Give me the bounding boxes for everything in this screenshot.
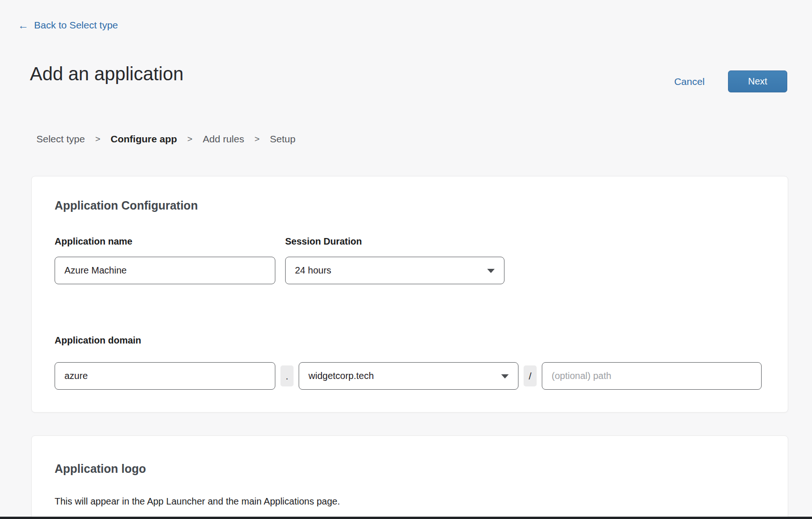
subdomain-input[interactable] [55,362,275,390]
next-button[interactable]: Next [728,70,787,92]
cancel-button[interactable]: Cancel [674,76,705,87]
application-name-field-group: Application name [55,236,275,284]
application-domain-row: . widgetcorp.tech / [55,362,762,390]
dot-separator: . [280,365,294,386]
breadcrumb-separator-icon: > [95,134,100,144]
breadcrumb: Select type > Configure app > Add rules … [36,133,295,145]
chevron-down-icon [501,374,509,379]
domain-select[interactable]: widgetcorp.tech [299,362,518,390]
application-name-input[interactable] [55,257,275,284]
back-to-select-type-link[interactable]: ← Back to Select type [18,20,118,31]
application-domain-label: Application domain [55,335,141,346]
slash-separator: / [524,365,537,386]
breadcrumb-configure-app[interactable]: Configure app [111,133,177,145]
breadcrumb-setup[interactable]: Setup [270,133,295,145]
domain-value: widgetcorp.tech [308,371,374,381]
path-input[interactable] [542,362,762,390]
application-configuration-card: Application Configuration Application na… [31,176,788,413]
breadcrumb-separator-icon: > [187,134,192,144]
breadcrumb-separator-icon: > [254,134,259,144]
back-arrow-icon: ← [18,20,28,31]
page-title: Add an application [30,63,183,84]
session-duration-select[interactable]: 24 hours [285,257,504,284]
back-link-label: Back to Select type [34,20,118,31]
breadcrumb-select-type[interactable]: Select type [36,133,85,145]
application-logo-description: This will appear in the App Launcher and… [55,496,340,507]
application-logo-card: Application logo This will appear in the… [31,435,788,519]
header-actions: Cancel Next [674,70,787,92]
breadcrumb-add-rules[interactable]: Add rules [203,133,244,145]
application-name-label: Application name [55,236,275,247]
session-duration-label: Session Duration [285,236,504,247]
chevron-down-icon [487,269,495,273]
application-configuration-title: Application Configuration [55,199,198,212]
session-duration-field-group: Session Duration 24 hours [285,236,504,284]
application-logo-title: Application logo [55,462,146,476]
session-duration-value: 24 hours [295,265,331,276]
screen-bottom-edge [0,517,812,519]
